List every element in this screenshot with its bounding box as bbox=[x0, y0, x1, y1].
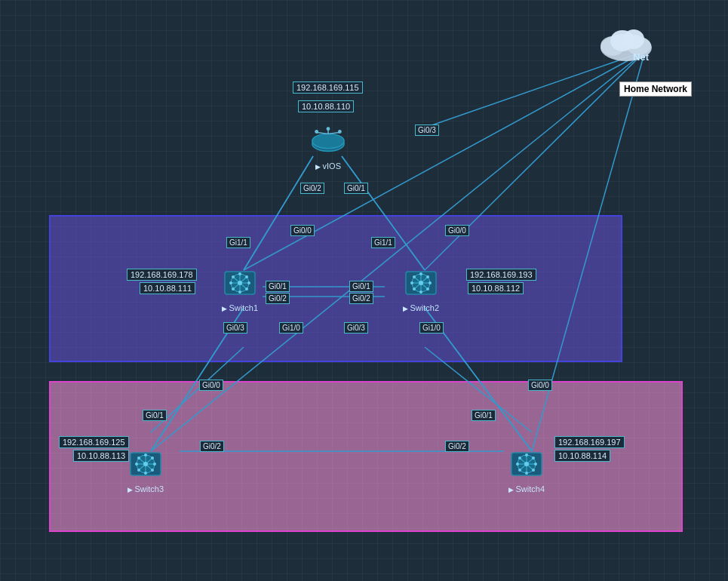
iface-sw2-gi0-1: Gi0/1 bbox=[349, 281, 373, 292]
iface-sw1-gi1-1: Gi1/1 bbox=[226, 237, 250, 248]
sw2-ip1-label: 192.168.169.193 bbox=[466, 269, 536, 281]
svg-point-22 bbox=[623, 29, 644, 49]
svg-point-83 bbox=[525, 453, 528, 456]
iface-sw3-gi0-0: Gi0/0 bbox=[199, 380, 223, 391]
sw1-ip1-label: 192.168.169.178 bbox=[127, 269, 197, 281]
svg-point-24 bbox=[312, 134, 344, 148]
svg-point-89 bbox=[532, 456, 535, 460]
sw1-ip2-label: 10.10.88.111 bbox=[140, 282, 195, 294]
zone-blue bbox=[49, 215, 622, 362]
svg-point-54 bbox=[419, 290, 422, 294]
svg-point-52 bbox=[419, 281, 423, 285]
iface-vios-gi0-3: Gi0/3 bbox=[415, 124, 439, 136]
sw4-ip1-label: 192.168.169.197 bbox=[554, 436, 625, 448]
svg-point-55 bbox=[410, 281, 413, 284]
iface-vios-gi0-0-right: Gi0/0 bbox=[445, 225, 469, 236]
svg-point-29 bbox=[338, 130, 342, 134]
switch1-device[interactable]: Switch1 bbox=[221, 264, 259, 312]
iface-sw4-gi0-0: Gi0/0 bbox=[528, 380, 552, 391]
switch3-name: Switch3 bbox=[127, 484, 164, 493]
iface-sw2-gi1-1: Gi1/1 bbox=[371, 237, 395, 248]
sw2-ip2-label: 10.10.88.112 bbox=[468, 282, 524, 294]
svg-point-37 bbox=[238, 281, 242, 285]
svg-point-60 bbox=[413, 287, 416, 290]
switch2-name: Switch2 bbox=[403, 303, 439, 312]
cloud-label: Net bbox=[633, 51, 649, 63]
svg-point-43 bbox=[245, 287, 248, 290]
svg-point-28 bbox=[315, 130, 318, 134]
iface-sw3-gi0-2: Gi0/2 bbox=[200, 441, 224, 452]
iface-sw1-gi0-2: Gi0/2 bbox=[266, 293, 290, 304]
iface-sw2-gi1-0: Gi1/0 bbox=[419, 322, 444, 334]
iface-sw1-gi0-3: Gi0/3 bbox=[223, 322, 247, 334]
svg-point-42 bbox=[232, 275, 235, 278]
svg-point-39 bbox=[238, 290, 241, 294]
svg-point-58 bbox=[426, 287, 429, 290]
svg-point-70 bbox=[135, 463, 138, 466]
switch1-name: Switch1 bbox=[222, 303, 258, 312]
iface-vios-gi0-1: Gi0/1 bbox=[344, 183, 368, 194]
sw3-ip2-label: 10.10.88.113 bbox=[73, 450, 129, 462]
svg-point-40 bbox=[229, 281, 232, 284]
svg-point-67 bbox=[143, 462, 148, 466]
svg-point-53 bbox=[419, 272, 422, 275]
vios-ip2-label: 10.10.88.110 bbox=[298, 100, 354, 112]
svg-point-69 bbox=[144, 472, 147, 475]
svg-point-84 bbox=[525, 472, 528, 475]
svg-point-74 bbox=[151, 456, 154, 460]
svg-point-57 bbox=[413, 275, 416, 278]
iface-vios-gi0-0-left: Gi0/0 bbox=[290, 225, 315, 236]
switch2-device[interactable]: Switch2 bbox=[402, 264, 440, 312]
svg-point-72 bbox=[137, 456, 140, 460]
svg-point-90 bbox=[518, 469, 521, 472]
sw3-ip1-label: 192.168.169.125 bbox=[59, 436, 129, 448]
svg-point-71 bbox=[153, 463, 156, 466]
svg-point-82 bbox=[524, 462, 529, 466]
svg-point-73 bbox=[151, 469, 154, 472]
switch4-device[interactable]: Switch4 bbox=[508, 445, 545, 493]
svg-point-85 bbox=[516, 463, 519, 466]
switch3-device[interactable]: Switch3 bbox=[127, 445, 164, 493]
svg-point-87 bbox=[518, 456, 521, 460]
vios-device[interactable]: vIOS bbox=[309, 122, 347, 171]
vios-ip1-label: 192.168.169.115 bbox=[293, 81, 363, 94]
iface-sw2-gi0-3: Gi0/3 bbox=[344, 322, 368, 334]
iface-sw4-gi0-1: Gi0/1 bbox=[472, 410, 496, 421]
iface-sw4-gi0-2: Gi0/2 bbox=[445, 441, 469, 452]
switch4-name: Switch4 bbox=[508, 484, 545, 493]
home-network-label: Home Network bbox=[619, 81, 692, 97]
vios-name: vIOS bbox=[315, 161, 341, 171]
iface-sw3-gi0-1: Gi0/1 bbox=[143, 410, 167, 421]
svg-point-44 bbox=[245, 275, 248, 278]
svg-point-86 bbox=[534, 463, 537, 466]
iface-vios-gi0-2: Gi0/2 bbox=[300, 183, 324, 194]
iface-sw1-gi1-0: Gi1/0 bbox=[279, 322, 303, 334]
svg-point-68 bbox=[144, 453, 147, 456]
svg-point-38 bbox=[238, 272, 241, 275]
svg-line-26 bbox=[328, 132, 339, 134]
svg-point-45 bbox=[232, 287, 235, 290]
iface-sw1-gi0-1: Gi0/1 bbox=[266, 281, 290, 292]
svg-point-59 bbox=[426, 275, 429, 278]
svg-line-25 bbox=[317, 132, 328, 134]
svg-line-0 bbox=[419, 51, 645, 130]
svg-point-56 bbox=[429, 281, 432, 284]
svg-point-30 bbox=[327, 127, 330, 131]
sw4-ip2-label: 10.10.88.114 bbox=[554, 450, 610, 462]
iface-sw2-gi0-2: Gi0/2 bbox=[349, 293, 373, 304]
svg-point-41 bbox=[247, 281, 250, 284]
svg-point-75 bbox=[137, 469, 140, 472]
svg-point-88 bbox=[532, 469, 535, 472]
